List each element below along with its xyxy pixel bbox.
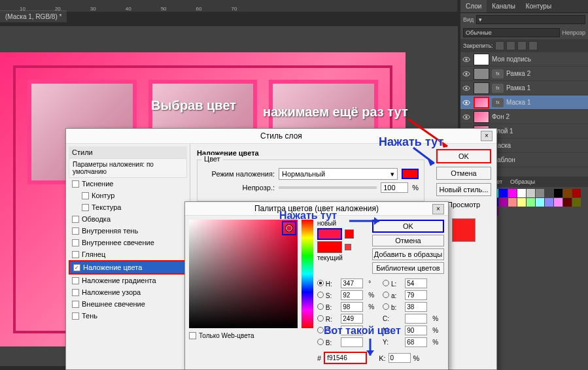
- style-item[interactable]: Глянец: [69, 248, 187, 260]
- add-swatch-button[interactable]: Добавить в образцы: [372, 248, 444, 260]
- checkbox[interactable]: [72, 227, 79, 235]
- swatch[interactable]: [554, 198, 562, 207]
- new-color-swatch[interactable]: [317, 228, 342, 240]
- swatch[interactable]: [499, 198, 508, 207]
- h-radio[interactable]: [317, 280, 324, 286]
- eye-icon[interactable]: [462, 98, 471, 107]
- tab-swatches[interactable]: Образцы: [506, 177, 539, 187]
- tab-paths[interactable]: Контуры: [521, 0, 557, 12]
- b2-input[interactable]: [405, 302, 427, 312]
- swatch[interactable]: [563, 189, 572, 197]
- layer-row[interactable]: fxРамка 1: [460, 81, 588, 95]
- b2-radio[interactable]: [383, 303, 389, 310]
- c-input[interactable]: [405, 314, 427, 324]
- a-input[interactable]: [405, 290, 427, 300]
- style-item[interactable]: Внешнее свечение: [69, 298, 187, 310]
- swatch[interactable]: [545, 198, 553, 207]
- blend-options[interactable]: Параметры наложения: по умолчанию: [69, 158, 187, 178]
- swatch[interactable]: [499, 189, 508, 197]
- opacity-slider[interactable]: [279, 186, 377, 189]
- checkbox[interactable]: [82, 204, 89, 211]
- document-tab[interactable]: (Маска 1, RGB/8) *: [0, 10, 67, 22]
- current-color-swatch[interactable]: [317, 241, 342, 253]
- l-radio[interactable]: [383, 280, 389, 286]
- layer-row[interactable]: fxРамка 2: [460, 67, 588, 81]
- style-item[interactable]: Тиснение: [69, 178, 187, 190]
- swatch[interactable]: [517, 189, 526, 197]
- swatch[interactable]: [572, 189, 581, 197]
- layer-row[interactable]: Моя подпись: [460, 52, 588, 67]
- swatch[interactable]: [517, 198, 526, 207]
- b-radio[interactable]: [317, 303, 324, 310]
- style-item[interactable]: Тень: [69, 310, 187, 322]
- checkbox[interactable]: [72, 312, 79, 320]
- kind-select[interactable]: ▾: [476, 15, 585, 24]
- swatch[interactable]: [536, 189, 544, 197]
- warning-icon[interactable]: [345, 229, 354, 239]
- color-swatch[interactable]: [402, 169, 419, 179]
- eye-icon[interactable]: [462, 112, 471, 122]
- layer-row[interactable]: fxМаска 1: [460, 95, 588, 110]
- checkbox[interactable]: [72, 216, 79, 223]
- l-input[interactable]: [405, 278, 427, 288]
- layer-row[interactable]: Фон 2: [460, 110, 588, 124]
- style-item[interactable]: Внутреннее свечение: [69, 237, 187, 248]
- checkbox[interactable]: [72, 239, 79, 246]
- swatch[interactable]: [527, 189, 535, 197]
- eye-icon[interactable]: [462, 69, 471, 78]
- close-button[interactable]: ×: [481, 131, 493, 141]
- b-input[interactable]: [341, 302, 363, 312]
- bl-radio[interactable]: [317, 339, 324, 345]
- swatch[interactable]: [545, 189, 553, 197]
- web-safe-icon[interactable]: [345, 244, 351, 250]
- style-item[interactable]: Текстура: [69, 201, 187, 213]
- g-radio[interactable]: [317, 327, 324, 333]
- opacity-input[interactable]: [381, 182, 408, 193]
- style-item-color-overlay[interactable]: Наложение цвета: [69, 260, 187, 275]
- checkbox[interactable]: [82, 192, 89, 199]
- tab-channels[interactable]: Каналы: [487, 0, 521, 12]
- style-item[interactable]: Обводка: [69, 213, 187, 225]
- lock-transparency-icon[interactable]: [495, 41, 504, 50]
- swatch[interactable]: [508, 189, 517, 197]
- fx-icon[interactable]: fx: [492, 84, 504, 93]
- k-input[interactable]: [389, 353, 411, 363]
- cancel-button[interactable]: Отмена: [372, 235, 444, 246]
- checkbox[interactable]: [72, 180, 79, 188]
- close-button[interactable]: ×: [432, 204, 444, 214]
- swatch[interactable]: [527, 198, 535, 207]
- tab-layers[interactable]: Слои: [460, 0, 487, 12]
- new-style-button[interactable]: Новый стиль...: [436, 183, 491, 196]
- swatch[interactable]: [508, 198, 517, 207]
- lock-all-icon[interactable]: [528, 41, 538, 50]
- checkbox[interactable]: [73, 264, 80, 271]
- m-input[interactable]: [405, 326, 427, 335]
- bl-input[interactable]: [341, 337, 363, 347]
- s-input[interactable]: [341, 290, 363, 300]
- eye-icon[interactable]: [462, 55, 471, 64]
- swatch[interactable]: [563, 198, 572, 207]
- s-radio[interactable]: [317, 292, 324, 298]
- hue-slider[interactable]: [302, 220, 313, 328]
- fx-icon[interactable]: fx: [492, 98, 504, 107]
- fx-icon[interactable]: fx: [492, 69, 504, 78]
- checkbox[interactable]: [72, 301, 79, 308]
- checkbox[interactable]: [72, 251, 79, 258]
- styles-heading[interactable]: Стили: [69, 146, 187, 158]
- eye-icon[interactable]: [462, 84, 471, 93]
- web-only-checkbox[interactable]: [189, 332, 196, 339]
- lock-pixels-icon[interactable]: [506, 41, 515, 50]
- g-input[interactable]: [341, 326, 363, 335]
- lock-position-icon[interactable]: [517, 41, 527, 50]
- saturation-field[interactable]: [189, 220, 298, 328]
- style-item[interactable]: Внутренняя тень: [69, 225, 187, 237]
- r-input[interactable]: [341, 314, 363, 324]
- blend-mode-select[interactable]: Обычные: [463, 28, 560, 37]
- checkbox[interactable]: [72, 289, 79, 296]
- swatch[interactable]: [536, 198, 544, 207]
- style-item[interactable]: Наложение узора: [69, 286, 187, 298]
- checkbox[interactable]: [72, 277, 79, 284]
- h-input[interactable]: [341, 278, 363, 288]
- swatch[interactable]: [572, 198, 581, 207]
- style-item[interactable]: Контур: [69, 190, 187, 201]
